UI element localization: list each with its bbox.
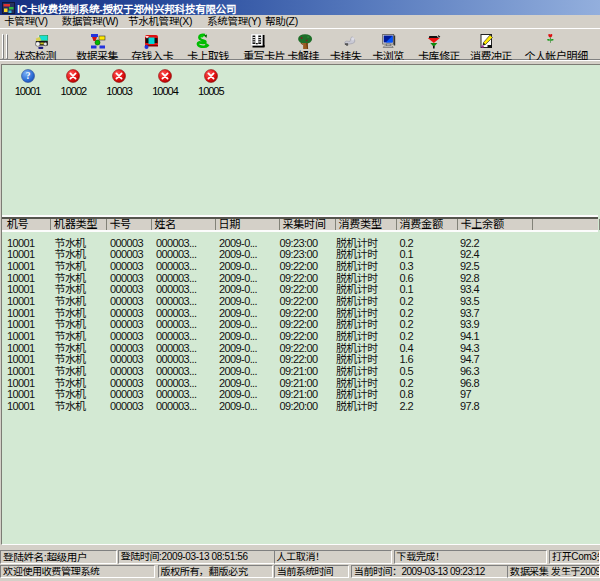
svg-text:?: ? (25, 71, 30, 81)
